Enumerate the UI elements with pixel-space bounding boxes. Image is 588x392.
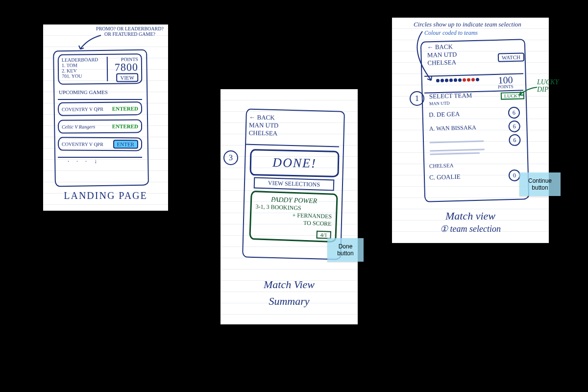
team-subheading: CHELSEA	[429, 162, 454, 169]
wireframe-match-summary: 3 ← BACK MAN UTD CHELSEA DONE! VIEW SELE…	[220, 89, 358, 324]
player-row[interactable]: 6	[429, 134, 521, 148]
wireframe-caption: Match view	[392, 210, 549, 222]
side-label: Live now	[172, 104, 196, 112]
wireframe-caption: LANDING PAGE	[43, 190, 168, 201]
team-a: MAN UTD	[249, 121, 279, 129]
player-row[interactable]: A. WAN BISSAKA 6	[429, 121, 520, 135]
watch-button[interactable]: WATCH	[498, 52, 524, 62]
points-value: 100	[498, 75, 514, 85]
entered-badge: ENTERED	[112, 105, 138, 111]
wireframe-landing-page: PROMO? OR LEADERBOARD? OR FEATURED GAME?…	[43, 24, 168, 211]
team-b: CHELSEA	[427, 58, 457, 67]
done-banner: DONE!	[249, 149, 339, 177]
player-count: 6	[509, 134, 521, 147]
leaderboard-card: LEADERBOARD POINTS 1. TOM 2. KEV 701. YO…	[58, 53, 143, 85]
side-label: Points won	[172, 139, 203, 147]
top-annotation: PROMO? OR LEADERBOARD? OR FEATURED GAME?	[93, 26, 167, 37]
side-label: Enter now	[172, 122, 200, 130]
team-b: CHELSEA	[249, 129, 279, 137]
player-count: 6	[508, 107, 520, 119]
sub-note: Colour coded to teams	[424, 29, 478, 37]
lucky-dip-note: LUCKY DIP	[537, 78, 559, 94]
wireframe-caption: Summary	[220, 295, 358, 308]
select-team-heading: SELECT TEAM	[429, 92, 472, 100]
player-row[interactable]: C. GOALIE 0	[429, 170, 521, 184]
wireframe-caption: ① team selection	[392, 223, 549, 234]
game-row[interactable]: COVENTRY V QPR ENTERED	[58, 101, 142, 116]
sticky-note: Done button	[327, 238, 364, 262]
step-number: 1	[410, 91, 424, 106]
upcoming-heading: UPCOMING GAMES	[59, 89, 108, 95]
lucky-button[interactable]: LUCKY	[501, 92, 525, 99]
wireframe-team-selection: Circles show up to indicate team selecti…	[392, 18, 549, 243]
back-button[interactable]: ← BACK	[249, 113, 279, 122]
bottom-nav-placeholder: · · · ↓	[68, 158, 100, 165]
wireframe-caption: Match View	[220, 278, 358, 291]
team-a: MAN UTD	[427, 50, 457, 59]
game-row[interactable]: COVENTRY V QPR ENTER	[58, 137, 142, 151]
step-number: 3	[223, 150, 238, 165]
entered-badge: ENTERED	[112, 123, 138, 129]
view-button[interactable]: VIEW	[116, 73, 138, 82]
player-count: 0	[509, 170, 521, 182]
top-note: Circles show up to indicate team selecti…	[414, 21, 546, 28]
back-button[interactable]: ← BACK	[427, 43, 457, 51]
player-count: 6	[508, 121, 520, 133]
game-row[interactable]: Celtic V Rangers ENTERED	[58, 120, 142, 134]
promo-card: PADDY POWER 3-1, 3 BOOKINGS + FERNANDES …	[249, 191, 338, 243]
player-row[interactable]: D. DE GEA 6	[429, 107, 520, 121]
leaderboard-title: LEADERBOARD	[62, 57, 98, 63]
sticky-note: Continue button	[519, 172, 561, 196]
enter-button[interactable]: ENTER	[113, 140, 138, 148]
points-value: 7800	[115, 62, 138, 73]
points-label: POINTS	[498, 84, 514, 90]
team-subheading: MAN UTD	[429, 100, 450, 106]
